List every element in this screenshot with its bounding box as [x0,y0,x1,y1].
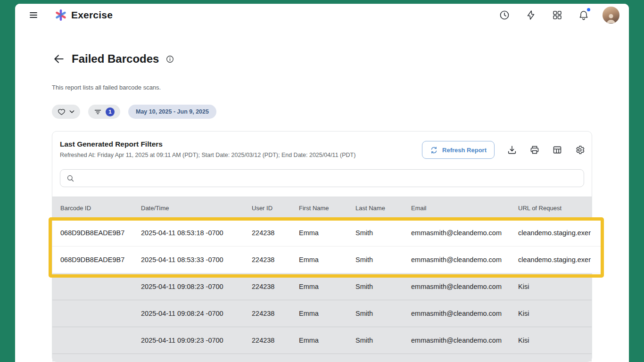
date-range-label: May 10, 2025 - Jun 9, 2025 [136,108,209,115]
cell-last-name: Smith [355,337,411,344]
page-title: Failed Barcodes [72,51,159,67]
screen-frame: Exercise [0,0,644,362]
info-icon[interactable] [166,55,174,63]
filters-button[interactable]: 1 [88,105,120,119]
apps-icon[interactable] [552,9,563,21]
cell-last-name: Smith [355,310,411,317]
table-row: 068D9DB8EADE9B7 2025-04-11 08:53:18 -070… [52,220,601,247]
report-actions: Refresh Report [422,141,585,159]
column-header-datetime: Date/Time [141,205,252,212]
page-description: This report lists all failed barcode sca… [52,84,592,91]
table-row: 2025-04-11 09:09:23 -0700 224238 Emma Sm… [52,327,592,354]
report-card-subtitle: Refreshed At: Friday Apr 11, 2025 at 09:… [60,152,422,158]
table-header-row: Barcode ID Date/Time User ID First Name … [52,197,592,220]
cell-user-id: 224238 [252,283,299,290]
cell-datetime: 2025-04-11 09:08:24 -0700 [141,310,252,317]
settings-icon[interactable] [575,145,585,155]
favorite-icon [58,108,66,116]
cell-email: emmasmith@cleandemo.com [411,256,518,263]
column-header-first-name: First Name [299,205,355,212]
cell-last-name: Smith [355,229,411,237]
print-icon[interactable] [529,145,540,155]
search-icon [66,174,75,183]
page-header: Failed Barcodes [52,51,592,67]
search-input[interactable] [79,174,578,182]
cell-last-name: Smith [355,256,411,263]
column-header-user-id: User ID [252,205,299,212]
cell-url: cleandemo.staging.exer [518,229,601,237]
avatar[interactable] [603,7,619,24]
report-card-title: Last Generated Report Filters [60,140,422,148]
table-body: 068D9DB8EADE9B7 2025-04-11 08:53:18 -070… [52,220,592,354]
menu-icon[interactable] [27,9,40,21]
cell-first-name: Emma [299,229,355,237]
main-content: Failed Barcodes This report lists all fa… [15,26,629,362]
cell-user-id: 224238 [252,256,299,263]
cell-user-id: 224238 [252,337,299,344]
search-bar [60,169,584,187]
cell-first-name: Emma [299,337,355,344]
column-header-barcode-id: Barcode ID [60,205,141,212]
download-icon[interactable] [507,145,517,155]
topbar: Exercise [15,4,629,26]
notifications-icon[interactable] [578,9,589,21]
cell-datetime: 2025-04-11 08:53:33 -0700 [141,256,252,263]
table-row: 068D9DB8EADE9B7 2025-04-11 08:53:33 -070… [52,247,601,273]
refresh-report-button[interactable]: Refresh Report [422,141,495,159]
cell-email: emmasmith@cleandemo.com [411,310,518,317]
date-range-chip[interactable]: May 10, 2025 - Jun 9, 2025 [128,105,216,119]
back-icon[interactable] [53,53,65,65]
report-card-header: Last Generated Report Filters Refreshed … [52,132,592,159]
cell-datetime: 2025-04-11 09:08:23 -0700 [141,283,252,290]
cell-first-name: Emma [299,310,355,317]
filter-icon [94,108,102,116]
report-card: Last Generated Report Filters Refreshed … [52,131,592,362]
report-table: Barcode ID Date/Time User ID First Name … [52,197,592,362]
filter-count-badge: 1 [106,107,115,116]
table-filler [52,354,592,362]
app-window: Exercise [15,4,629,362]
cell-url: Kisi [518,310,592,317]
brand-name: Exercise [71,9,113,21]
cell-email: emmasmith@cleandemo.com [411,283,518,290]
column-header-email: Email [411,205,518,212]
refresh-icon [430,146,438,154]
column-header-last-name: Last Name [355,205,411,212]
table-row: 2025-04-11 09:08:24 -0700 224238 Emma Sm… [52,300,592,327]
chevron-down-icon [69,110,74,114]
table-row: 2025-04-11 09:08:23 -0700 224238 Emma Sm… [52,273,592,300]
cell-url: cleandemo.staging.exer [518,256,601,263]
columns-icon[interactable] [552,145,562,155]
filter-bar: 1 May 10, 2025 - Jun 9, 2025 [52,105,592,119]
refresh-report-label: Refresh Report [442,147,487,154]
cell-datetime: 2025-04-11 08:53:18 -0700 [141,229,252,237]
brand-logo[interactable]: Exercise [55,9,113,21]
cell-last-name: Smith [355,283,411,290]
cell-url: Kisi [518,283,592,290]
cell-user-id: 224238 [252,310,299,317]
cell-first-name: Emma [299,256,355,263]
history-icon[interactable] [499,9,510,21]
cell-first-name: Emma [299,283,355,290]
favorites-dropdown[interactable] [52,105,80,119]
cell-email: emmasmith@cleandemo.com [411,229,518,237]
cell-barcode-id: 068D9DB8EADE9B7 [60,229,141,237]
column-header-url: URL of Request [518,205,592,212]
cell-user-id: 224238 [252,229,299,237]
cell-barcode-id: 068D9DB8EADE9B7 [60,256,141,263]
quick-actions-icon[interactable] [525,9,537,21]
cell-email: emmasmith@cleandemo.com [411,337,518,344]
cell-datetime: 2025-04-11 09:09:23 -0700 [141,337,252,344]
logo-icon [55,9,67,21]
notification-dot [587,8,590,11]
cell-url: Kisi [518,337,592,344]
